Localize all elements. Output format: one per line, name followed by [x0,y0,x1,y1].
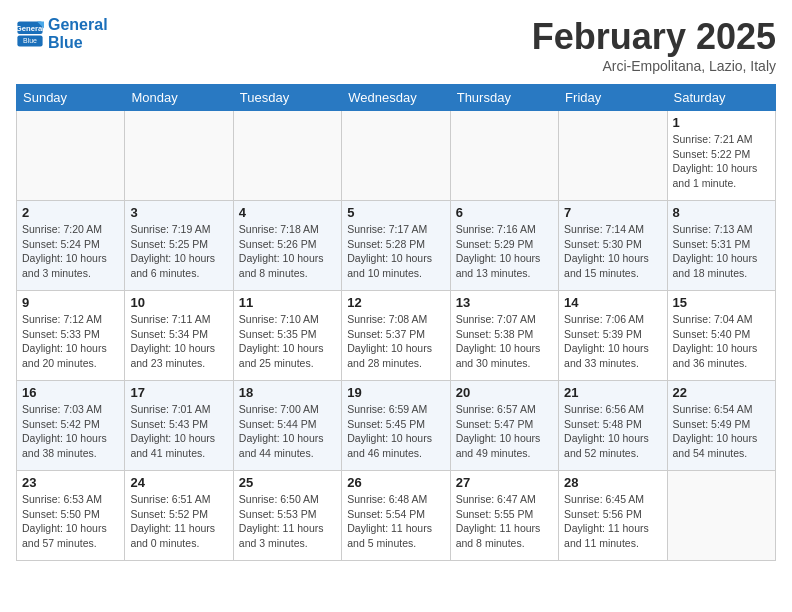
day-info: Sunrise: 6:56 AM Sunset: 5:48 PM Dayligh… [564,402,661,461]
calendar-cell [667,471,775,561]
calendar-cell [125,111,233,201]
day-number: 28 [564,475,661,490]
calendar-cell [450,111,558,201]
day-number: 5 [347,205,444,220]
calendar-cell: 16Sunrise: 7:03 AM Sunset: 5:42 PM Dayli… [17,381,125,471]
calendar-cell: 14Sunrise: 7:06 AM Sunset: 5:39 PM Dayli… [559,291,667,381]
day-number: 22 [673,385,770,400]
day-number: 12 [347,295,444,310]
weekday-sunday: Sunday [17,85,125,111]
day-number: 27 [456,475,553,490]
day-info: Sunrise: 6:45 AM Sunset: 5:56 PM Dayligh… [564,492,661,551]
calendar-cell: 26Sunrise: 6:48 AM Sunset: 5:54 PM Dayli… [342,471,450,561]
calendar-cell: 9Sunrise: 7:12 AM Sunset: 5:33 PM Daylig… [17,291,125,381]
logo: General Blue General Blue [16,16,108,52]
day-number: 11 [239,295,336,310]
day-info: Sunrise: 7:00 AM Sunset: 5:44 PM Dayligh… [239,402,336,461]
day-number: 2 [22,205,119,220]
calendar-cell: 20Sunrise: 6:57 AM Sunset: 5:47 PM Dayli… [450,381,558,471]
calendar-cell: 15Sunrise: 7:04 AM Sunset: 5:40 PM Dayli… [667,291,775,381]
day-info: Sunrise: 6:59 AM Sunset: 5:45 PM Dayligh… [347,402,444,461]
day-number: 21 [564,385,661,400]
calendar-cell: 18Sunrise: 7:00 AM Sunset: 5:44 PM Dayli… [233,381,341,471]
day-number: 10 [130,295,227,310]
calendar-cell: 1Sunrise: 7:21 AM Sunset: 5:22 PM Daylig… [667,111,775,201]
day-info: Sunrise: 7:07 AM Sunset: 5:38 PM Dayligh… [456,312,553,371]
calendar-cell: 24Sunrise: 6:51 AM Sunset: 5:52 PM Dayli… [125,471,233,561]
day-number: 6 [456,205,553,220]
day-info: Sunrise: 6:53 AM Sunset: 5:50 PM Dayligh… [22,492,119,551]
day-number: 25 [239,475,336,490]
day-info: Sunrise: 6:50 AM Sunset: 5:53 PM Dayligh… [239,492,336,551]
day-info: Sunrise: 7:01 AM Sunset: 5:43 PM Dayligh… [130,402,227,461]
day-info: Sunrise: 7:10 AM Sunset: 5:35 PM Dayligh… [239,312,336,371]
calendar-cell [342,111,450,201]
day-info: Sunrise: 7:16 AM Sunset: 5:29 PM Dayligh… [456,222,553,281]
day-info: Sunrise: 6:48 AM Sunset: 5:54 PM Dayligh… [347,492,444,551]
weekday-friday: Friday [559,85,667,111]
calendar-cell: 11Sunrise: 7:10 AM Sunset: 5:35 PM Dayli… [233,291,341,381]
day-info: Sunrise: 7:17 AM Sunset: 5:28 PM Dayligh… [347,222,444,281]
calendar-cell [559,111,667,201]
day-number: 13 [456,295,553,310]
calendar-cell: 23Sunrise: 6:53 AM Sunset: 5:50 PM Dayli… [17,471,125,561]
day-info: Sunrise: 7:04 AM Sunset: 5:40 PM Dayligh… [673,312,770,371]
calendar-week-4: 23Sunrise: 6:53 AM Sunset: 5:50 PM Dayli… [17,471,776,561]
day-number: 17 [130,385,227,400]
day-info: Sunrise: 7:03 AM Sunset: 5:42 PM Dayligh… [22,402,119,461]
day-number: 15 [673,295,770,310]
weekday-tuesday: Tuesday [233,85,341,111]
calendar-cell: 22Sunrise: 6:54 AM Sunset: 5:49 PM Dayli… [667,381,775,471]
calendar-subtitle: Arci-Empolitana, Lazio, Italy [532,58,776,74]
calendar-week-3: 16Sunrise: 7:03 AM Sunset: 5:42 PM Dayli… [17,381,776,471]
day-number: 7 [564,205,661,220]
weekday-header-row: SundayMondayTuesdayWednesdayThursdayFrid… [17,85,776,111]
day-number: 20 [456,385,553,400]
day-number: 16 [22,385,119,400]
calendar-cell [233,111,341,201]
weekday-wednesday: Wednesday [342,85,450,111]
day-info: Sunrise: 7:11 AM Sunset: 5:34 PM Dayligh… [130,312,227,371]
page-header: General Blue General Blue February 2025 … [16,16,776,74]
day-info: Sunrise: 7:18 AM Sunset: 5:26 PM Dayligh… [239,222,336,281]
day-number: 23 [22,475,119,490]
day-info: Sunrise: 7:12 AM Sunset: 5:33 PM Dayligh… [22,312,119,371]
calendar-cell: 17Sunrise: 7:01 AM Sunset: 5:43 PM Dayli… [125,381,233,471]
day-number: 14 [564,295,661,310]
day-info: Sunrise: 7:19 AM Sunset: 5:25 PM Dayligh… [130,222,227,281]
weekday-monday: Monday [125,85,233,111]
day-info: Sunrise: 6:47 AM Sunset: 5:55 PM Dayligh… [456,492,553,551]
calendar-cell: 7Sunrise: 7:14 AM Sunset: 5:30 PM Daylig… [559,201,667,291]
day-info: Sunrise: 7:13 AM Sunset: 5:31 PM Dayligh… [673,222,770,281]
day-number: 24 [130,475,227,490]
calendar-cell: 6Sunrise: 7:16 AM Sunset: 5:29 PM Daylig… [450,201,558,291]
day-number: 1 [673,115,770,130]
logo-name: General Blue [48,16,108,52]
calendar-cell: 10Sunrise: 7:11 AM Sunset: 5:34 PM Dayli… [125,291,233,381]
day-info: Sunrise: 7:20 AM Sunset: 5:24 PM Dayligh… [22,222,119,281]
calendar-cell: 5Sunrise: 7:17 AM Sunset: 5:28 PM Daylig… [342,201,450,291]
calendar-week-2: 9Sunrise: 7:12 AM Sunset: 5:33 PM Daylig… [17,291,776,381]
calendar-cell: 25Sunrise: 6:50 AM Sunset: 5:53 PM Dayli… [233,471,341,561]
day-info: Sunrise: 7:14 AM Sunset: 5:30 PM Dayligh… [564,222,661,281]
calendar-cell: 12Sunrise: 7:08 AM Sunset: 5:37 PM Dayli… [342,291,450,381]
day-info: Sunrise: 6:57 AM Sunset: 5:47 PM Dayligh… [456,402,553,461]
day-info: Sunrise: 6:51 AM Sunset: 5:52 PM Dayligh… [130,492,227,551]
title-block: February 2025 Arci-Empolitana, Lazio, It… [532,16,776,74]
calendar-cell: 4Sunrise: 7:18 AM Sunset: 5:26 PM Daylig… [233,201,341,291]
day-number: 3 [130,205,227,220]
day-number: 19 [347,385,444,400]
calendar-cell: 21Sunrise: 6:56 AM Sunset: 5:48 PM Dayli… [559,381,667,471]
day-number: 4 [239,205,336,220]
logo-icon: General Blue [16,20,44,48]
day-info: Sunrise: 7:06 AM Sunset: 5:39 PM Dayligh… [564,312,661,371]
day-info: Sunrise: 6:54 AM Sunset: 5:49 PM Dayligh… [673,402,770,461]
day-number: 18 [239,385,336,400]
calendar-cell [17,111,125,201]
day-number: 9 [22,295,119,310]
calendar-table: SundayMondayTuesdayWednesdayThursdayFrid… [16,84,776,561]
calendar-cell: 28Sunrise: 6:45 AM Sunset: 5:56 PM Dayli… [559,471,667,561]
day-info: Sunrise: 7:08 AM Sunset: 5:37 PM Dayligh… [347,312,444,371]
calendar-cell: 3Sunrise: 7:19 AM Sunset: 5:25 PM Daylig… [125,201,233,291]
calendar-week-1: 2Sunrise: 7:20 AM Sunset: 5:24 PM Daylig… [17,201,776,291]
